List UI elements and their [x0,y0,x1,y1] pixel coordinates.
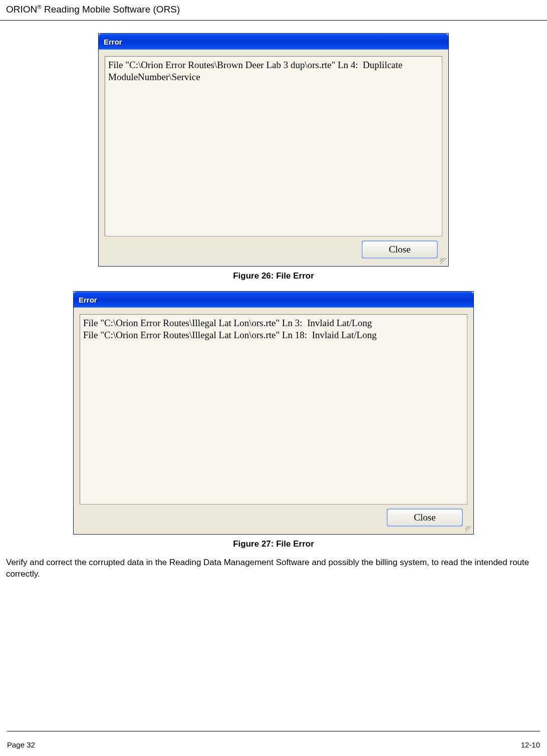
resize-grip-icon[interactable] [465,526,472,533]
resize-grip-icon[interactable] [440,258,447,265]
product-name-prefix: ORION [6,4,37,15]
figure-caption-26: Figure 26: File Error [0,271,547,281]
footer-divider [7,731,540,731]
figure-caption-27: Figure 27: File Error [0,539,547,549]
error-dialog-2: Error File "C:\Orion Error Routes\Illega… [73,291,474,535]
dialog-body: File "C:\Orion Error Routes\Illegal Lat … [74,308,473,534]
dialog-window: Error File "C:\Orion Error Routes\Brown … [98,33,449,267]
titlebar[interactable]: Error [74,292,473,308]
window-title: Error [104,38,122,46]
dialog-body: File "C:\Orion Error Routes\Brown Deer L… [99,50,448,266]
page-header: ORION® Reading Mobile Software (ORS) [0,0,547,21]
button-row: Close [105,236,442,261]
window-title: Error [79,296,97,304]
close-button[interactable]: Close [362,241,437,258]
close-button[interactable]: Close [387,509,462,526]
doc-number: 12-10 [521,740,540,749]
titlebar[interactable]: Error [99,34,448,50]
error-message-text[interactable]: File "C:\Orion Error Routes\Brown Deer L… [105,56,442,236]
footer-row: Page 32 12-10 [7,740,540,749]
button-row: Close [80,505,467,529]
content-area: Error File "C:\Orion Error Routes\Brown … [0,21,547,580]
error-message-text[interactable]: File "C:\Orion Error Routes\Illegal Lat … [80,314,467,505]
page-number: Page 32 [7,740,35,749]
page-footer: Page 32 12-10 [0,731,547,749]
product-name-suffix: Reading Mobile Software (ORS) [42,4,180,15]
registered-mark: ® [37,4,41,10]
body-paragraph: Verify and correct the corrupted data in… [6,557,541,580]
error-dialog-1: Error File "C:\Orion Error Routes\Brown … [98,33,449,267]
dialog-window: Error File "C:\Orion Error Routes\Illega… [73,291,474,535]
